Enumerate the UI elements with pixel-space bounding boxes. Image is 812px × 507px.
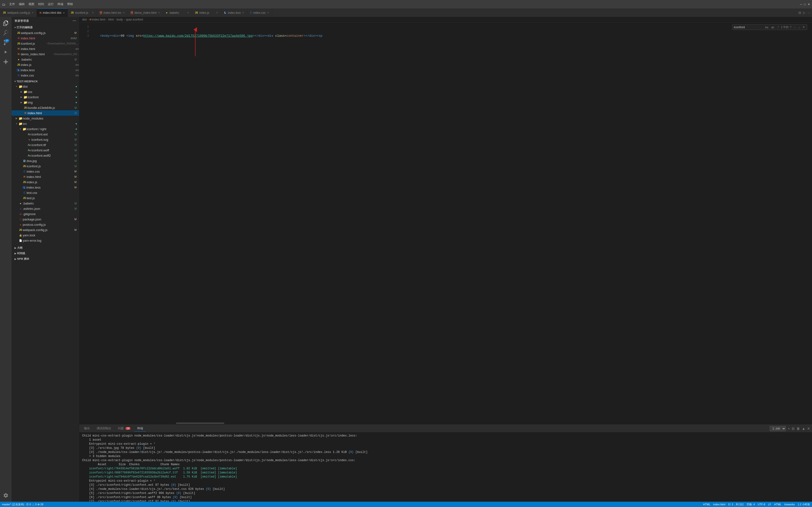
tree-dva-jpg[interactable]: 🖼 dva.jpg U [12,158,79,163]
tab-close-index-src[interactable]: ✕ [123,11,125,14]
breadcrumb-dist[interactable]: dist [82,18,87,21]
status-editor-name[interactable]: Iceworks [784,503,795,506]
panel-tab-terminal[interactable]: 终端 [134,426,146,432]
status-file[interactable]: index.html [713,503,725,506]
tab-index-css[interactable]: C index.css ✕ [247,8,272,17]
section-npm[interactable]: ▶ NPM 脚本 [12,256,79,262]
status-position[interactable]: 行 3，列 312 [728,503,744,506]
tab-close-iconfont[interactable]: ✕ [92,11,94,14]
editor-scrollbar[interactable] [79,422,812,425]
tab-iconfont-js[interactable]: JS iconfont.js ✕ [68,8,97,17]
open-editor-indexjs[interactable]: JS index.js src [12,62,79,67]
tree-test-css[interactable]: C test.css [12,190,79,195]
window-maximize[interactable]: □ [804,3,806,6]
tree-package-json[interactable]: ⬡ package.json M [12,217,79,222]
search-match-case[interactable]: Aa [764,25,769,29]
tree-node-modules[interactable]: ▶ 📁 node_modules [12,116,79,121]
tree-iconfont-js[interactable]: JS iconfont.js U [12,163,79,169]
tree-babelrc[interactable]: ● .babelrc U [12,201,79,206]
scrollbar-thumb[interactable] [176,422,224,424]
open-editor-index-src[interactable]: H index.html src [12,46,79,51]
open-editors-header[interactable]: ▾ 打开的编辑器 [12,24,79,30]
tree-iconfont-woff2[interactable]: Aa iconfont.woff2 U [12,153,79,158]
tree-dist-folder[interactable]: ▾ 📁 dist ● [12,84,79,89]
menu-view[interactable]: 视图 [29,2,34,6]
find-widget[interactable]: Aa ab .* 1 中的 ？ ↑ ↓ ✕ [732,24,807,30]
search-close[interactable]: ✕ [802,25,806,29]
tree-src-index-less[interactable]: L index.less M [12,185,79,190]
panel-tab-debug[interactable]: 调试控制台 [94,426,114,432]
menu-run[interactable]: 运行 [48,2,54,6]
tab-close-babelrc[interactable]: ✕ [187,11,189,14]
section-daqing[interactable]: ▶ 大纲 [12,245,79,250]
tab-index-html-dist[interactable]: H index.html dist ✕ [37,8,68,17]
open-editor-index-dist[interactable]: H index.html dist U [12,36,79,41]
shell-selector[interactable]: 1: zsh [770,426,786,431]
add-terminal-icon[interactable]: + [788,427,790,431]
menu-file[interactable]: 文件 [9,2,15,6]
open-editor-iconfont-js[interactable]: JS iconfont.js ~/Downloads/font_2500948_… [12,41,79,46]
tree-eslintrc[interactable]: ● .eslintrc.json U [12,206,79,211]
panel-tab-problems[interactable]: 问题 28 [115,426,134,432]
kill-terminal-icon[interactable]: 🗑 [797,427,800,431]
more-tabs-icon[interactable]: ··· [807,11,810,14]
close-panel-icon[interactable]: ✕ [807,427,810,431]
run-icon[interactable]: ▷ [803,11,806,14]
tree-iconfont-svg[interactable]: ⋄ iconfont.svg U [12,137,79,142]
tree-iconfont-eot[interactable]: Aa iconfont.eot U [12,131,79,137]
tree-gitignore[interactable]: ◎ .gitignore [12,211,79,217]
breadcrumb-index-html[interactable]: H index.html [90,18,105,21]
tab-close-indexcss[interactable]: ✕ [267,11,269,14]
menu-go[interactable]: 转到 [38,2,44,6]
tab-close-indexjs[interactable]: ✕ [216,11,218,14]
search-prev[interactable]: ↑ [794,25,796,29]
breadcrumb-span[interactable]: span.iconfont [126,18,143,21]
tab-close-index-dist[interactable]: ✕ [63,12,65,14]
tab-index-less[interactable]: L index.less ✕ [221,8,247,17]
tree-webpack-config[interactable]: JS webpack.config.js M [12,227,79,232]
terminal-content[interactable]: Child mini-css-extract-plugin node_modul… [79,433,812,502]
activity-extensions[interactable] [1,57,10,66]
tree-src-index-css[interactable]: C index.css M [12,169,79,174]
status-spaces[interactable]: 空格: 4 [747,503,755,506]
tab-index-js[interactable]: JS index.js ✕ [192,8,221,17]
split-terminal-icon[interactable]: ⊟ [792,427,795,431]
status-errors[interactable]: ⓪ 0 △ 0 ⊗ 28 [26,503,43,506]
tree-src-folder[interactable]: ▾ 📁 src ● [12,121,79,126]
tree-iconfont[interactable]: ▶ 📁 iconfont ● [12,95,79,100]
tree-test-js[interactable]: JS test.js [12,195,79,201]
status-lang-mode[interactable]: HTML [703,503,710,506]
split-editor-icon[interactable]: ⊟ [799,11,801,14]
tree-img[interactable]: ▶ 📁 img ● [12,100,79,105]
editor-content[interactable]: <body><div>99 <img src=https://www.baidu… [91,22,812,422]
git-branch[interactable]: master* (正在发布) [2,503,24,506]
window-minimize[interactable]: ─ [800,3,802,6]
section-timeline[interactable]: ▶ 时间线 [12,250,79,256]
status-encoding[interactable]: UTF-8 [758,503,765,506]
open-editor-indexless[interactable]: L index.less src [12,67,79,73]
window-close[interactable]: ✕ [808,3,810,6]
tab-close-demo[interactable]: ✕ [158,11,160,14]
search-whole-word[interactable]: ab [770,25,775,29]
tab-webpack-config[interactable]: JS webpack.config.js ✕ [0,8,37,17]
tree-yarn-lock[interactable]: 🔒 yarn.lock [12,232,79,238]
tab-demo-index[interactable]: H demo_index.html ✕ [128,8,163,17]
status-zoom[interactable]: 1.2 小时前 [798,503,810,506]
tree-yarn-error[interactable]: 📄 yarn-error.log [12,238,79,243]
menu-edit[interactable]: 编辑 [19,2,24,6]
activity-explorer[interactable] [1,19,10,27]
activity-source-control[interactable]: 27 [1,38,10,47]
tree-css[interactable]: ▶ 📁 css ● [12,89,79,95]
tab-babelrc[interactable]: ● .babelrc ✕ [163,8,192,17]
activity-search[interactable] [1,29,10,37]
menu-help[interactable]: 帮助 [67,2,73,6]
open-editor-indexcss[interactable]: C index.css src [12,73,79,78]
search-input[interactable] [734,25,763,29]
activity-run[interactable] [1,48,10,56]
status-lang[interactable]: HTML [774,503,781,506]
open-editor-demo[interactable]: H demo_index.html ~/Downloads/font_250..… [12,51,79,57]
search-next[interactable]: ↓ [798,25,801,29]
project-header[interactable]: ▾ TEST-WEBPACK [12,79,79,84]
tree-bundle-js[interactable]: JS bundle.e23eb84b.js U [12,105,79,110]
breadcrumb-html[interactable]: html [108,18,114,21]
